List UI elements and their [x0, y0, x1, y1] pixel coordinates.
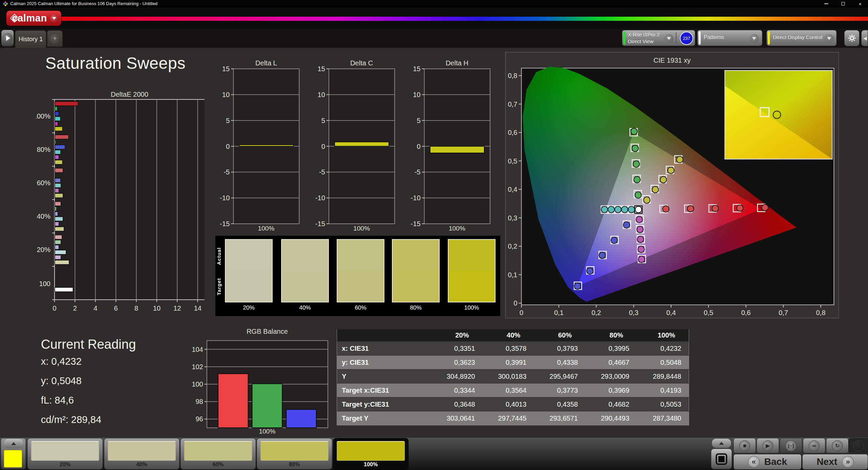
cie-measured-green: [635, 192, 641, 198]
svg-text:102: 102: [192, 363, 203, 371]
deltae-bar: [55, 140, 56, 144]
display-control-label: Direct Display Control: [773, 34, 822, 40]
cie-measured-red: [712, 205, 718, 212]
back-button[interactable]: « Back: [733, 454, 802, 470]
close-button[interactable]: ×: [852, 0, 868, 7]
minimize-icon: [824, 3, 828, 4]
step-icon: [··]: [786, 440, 796, 451]
svg-text:4: 4: [93, 304, 97, 312]
rgb-bar-blue: [286, 409, 316, 428]
cie-measured-cyan: [601, 206, 608, 213]
svg-text:-5: -5: [319, 168, 325, 176]
deltae-bar: [55, 150, 61, 154]
swatch-label: 80%: [392, 304, 440, 311]
cie-measured-cyan: [628, 206, 635, 213]
cie-measured-red: [687, 205, 694, 212]
tab-history-1[interactable]: History 1: [15, 30, 46, 48]
swatch-40: [281, 239, 329, 302]
deltae-bar: [55, 217, 63, 221]
display-control-dropdown[interactable]: [825, 34, 834, 43]
current-pattern-swatch[interactable]: [4, 450, 22, 468]
svg-text:10: 10: [413, 91, 421, 98]
history-drawer-button[interactable]: [1, 30, 14, 47]
swatch-100: [448, 239, 496, 302]
table-cell: 0,4667: [585, 356, 637, 370]
svg-text:-10: -10: [411, 194, 421, 202]
deltae-bar: [55, 122, 58, 126]
svg-text:-15: -15: [315, 220, 325, 228]
pattern-button-60[interactable]: 60%: [180, 438, 256, 470]
step-button[interactable]: [··]: [780, 438, 802, 453]
settings-button[interactable]: [844, 30, 859, 46]
svg-text:20%: 20%: [37, 246, 50, 253]
table-cell: 0,4682: [585, 397, 637, 411]
table-cell: 293,6571: [534, 411, 585, 425]
actual-label: Actual: [216, 240, 225, 272]
cie-measured-magenta: [637, 226, 643, 233]
stop-button[interactable]: ■: [733, 438, 756, 453]
control-expand-button[interactable]: [712, 439, 731, 448]
svg-text:5: 5: [321, 117, 325, 124]
next-button[interactable]: Next »: [802, 454, 868, 470]
table-cell: 0,3623: [431, 356, 483, 370]
minimize-button[interactable]: [818, 0, 834, 7]
meter-selector[interactable]: X-Rite i1Pro 2 Direct View 237: [622, 30, 695, 46]
rgb-balance-xlabel: 100%: [216, 428, 318, 435]
swatch-label: 100%: [448, 304, 496, 311]
maximize-button[interactable]: [835, 0, 851, 7]
deltae-bar: [55, 135, 69, 139]
svg-text:0: 0: [52, 304, 56, 312]
display-control-status-indicator: [768, 31, 770, 45]
arrow-circle: [2, 33, 13, 43]
svg-text:0: 0: [519, 309, 523, 316]
pattern-button-40[interactable]: 40%: [104, 438, 180, 470]
cie-measured-magenta: [638, 246, 644, 253]
stop-measure-button[interactable]: [711, 449, 732, 469]
cie-measured-green: [631, 128, 637, 135]
cie-measured-yellow: [676, 156, 683, 163]
patterns-label: Patterns: [704, 34, 724, 41]
pattern-button-80[interactable]: 80%: [257, 438, 332, 470]
svg-text:100: 100: [192, 380, 203, 388]
calman-menu-button[interactable]: calman: [6, 11, 61, 26]
cie-measured-magenta: [637, 236, 644, 242]
patterns-dropdown[interactable]: [750, 34, 759, 43]
swatch-label: 20%: [225, 304, 273, 311]
refresh-icon: ↻: [832, 440, 843, 451]
deltae-bar: [55, 107, 58, 111]
pattern-button-100[interactable]: 100%: [333, 438, 409, 470]
logo-menu-circle[interactable]: [50, 14, 58, 22]
deltae-bar: [55, 255, 61, 260]
deltae-2000-chart: 02468101214100%80%60%40%20%100: [36, 96, 206, 316]
arrow-up-icon: [719, 442, 724, 445]
loop-button[interactable]: ∞: [803, 438, 825, 453]
stop-icon: ■: [739, 440, 750, 451]
cie-1931-chart: 000,10,10,20,20,30,30,40,40,50,50,60,60,…: [506, 65, 840, 319]
display-control-selector[interactable]: Direct Display Control: [766, 30, 837, 46]
meter-dropdown[interactable]: [665, 34, 673, 43]
svg-text:96: 96: [196, 415, 203, 423]
pattern-panel-expand-button[interactable]: [4, 439, 23, 448]
table-header: 40%: [483, 329, 534, 342]
pattern-button-20[interactable]: 20%: [27, 438, 103, 470]
plus-icon: +: [50, 34, 60, 44]
svg-text:10: 10: [318, 91, 325, 98]
rgb-balance-chart: 1041021009896: [191, 337, 334, 436]
play-button[interactable]: ▶: [757, 438, 779, 453]
deltae-bar: [55, 202, 61, 206]
reading-x: x: 0,4232: [41, 356, 81, 367]
swatch-label: 60%: [337, 304, 384, 311]
cie-measured-yellow: [660, 176, 667, 183]
patterns-selector[interactable]: Patterns: [697, 30, 762, 46]
cie-measured-red: [762, 204, 768, 211]
delta-l-xlabel: 100%: [232, 225, 300, 232]
table-header: 20%: [431, 329, 483, 342]
swatch-60: [337, 239, 384, 302]
svg-text:0,7: 0,7: [508, 100, 517, 108]
calman-logo-icon: [10, 14, 19, 23]
deltae-bar: [55, 227, 64, 231]
collapse-panel-button[interactable]: ◀: [861, 30, 868, 46]
refresh-button[interactable]: ↻: [826, 438, 849, 453]
deltae-bar: [55, 101, 78, 106]
add-tab-button[interactable]: +: [47, 30, 63, 47]
